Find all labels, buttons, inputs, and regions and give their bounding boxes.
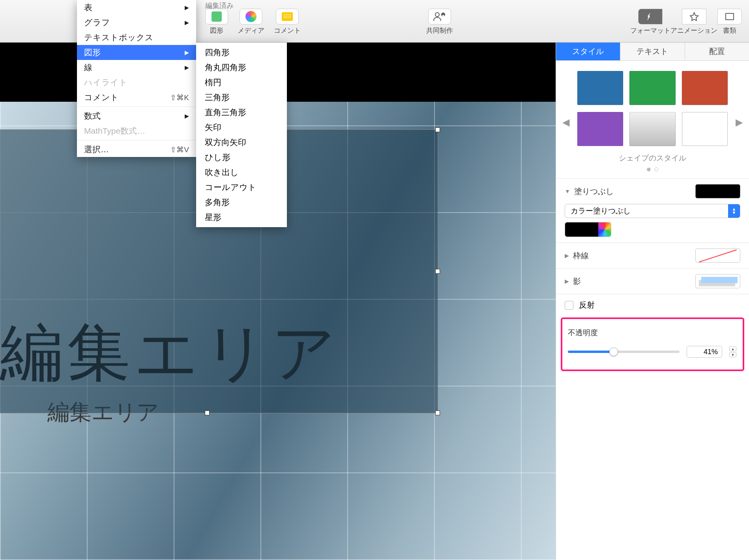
toolbar-right: フォーマット アニメーション 書類 [630, 9, 742, 35]
style-swatch[interactable] [629, 112, 675, 146]
comment-icon [276, 9, 299, 24]
submenu-item[interactable]: コールアウト [196, 180, 287, 195]
format-tab-button[interactable]: フォーマット [630, 9, 670, 35]
chevron-left-icon[interactable]: ◀ [562, 117, 569, 128]
menu-separator [77, 106, 196, 107]
menu-item-comment[interactable]: コメント⇧⌘K [77, 90, 196, 105]
tab-arrange[interactable]: 配置 [685, 43, 749, 60]
toolbar-collaborate-button[interactable]: 共同制作 [426, 9, 453, 35]
fill-preview-swatch[interactable] [695, 184, 740, 198]
slider-knob[interactable] [609, 347, 618, 356]
style-picker-title: シェイプのスタイル [577, 153, 728, 163]
toolbar-comment-label: コメント [274, 26, 301, 35]
submenu-item[interactable]: ひし形 [196, 150, 287, 165]
animate-label: アニメーション [670, 26, 717, 35]
opacity-input[interactable]: 41% [687, 346, 722, 358]
toolbar-media-button[interactable]: メディア [238, 9, 264, 35]
insert-menu: 表▶ グラフ▶ テキストボックス 図形▶ 線▶ ハイライト コメント⇧⌘K 数式… [77, 0, 196, 157]
shadow-disclosure[interactable]: ▶影 [565, 276, 581, 287]
shape-style-picker: ◀ ▶ シェイプのスタイル ● ○ [556, 61, 749, 178]
tab-style[interactable]: スタイル [556, 43, 620, 60]
menu-item-mathtype: MathType数式… [77, 123, 196, 138]
toolbar-collab-label: 共同制作 [426, 26, 453, 35]
menu-item-select[interactable]: 選択…⇧⌘V [77, 142, 196, 157]
tab-text[interactable]: テキスト [620, 43, 684, 60]
media-icon [240, 9, 262, 24]
opacity-stepper[interactable]: ▲▼ [729, 346, 737, 357]
stroke-disclosure[interactable]: ▶枠線 [565, 250, 589, 261]
style-swatch[interactable] [682, 71, 728, 105]
fill-type-select[interactable]: カラー塗りつぶし ▲▼ [565, 204, 740, 218]
resize-handle[interactable] [205, 411, 210, 415]
opacity-section-highlight: 不透明度 41% ▲▼ [561, 317, 744, 371]
svg-rect-2 [726, 13, 734, 20]
menu-item-table[interactable]: 表▶ [77, 0, 196, 15]
chevron-right-icon[interactable]: ▶ [736, 117, 743, 128]
toolbar-center: 図形 メディア コメント [205, 9, 301, 35]
submenu-arrow-icon: ▶ [185, 19, 189, 26]
collaborate-icon [428, 9, 451, 24]
stroke-section: ▶枠線 [556, 243, 749, 268]
submenu-arrow-icon: ▶ [185, 49, 189, 56]
fill-section: ▼塗りつぶし カラー塗りつぶし ▲▼ [556, 178, 749, 243]
shadow-section: ▶影 [556, 268, 749, 294]
color-wheel-icon[interactable] [598, 222, 611, 237]
fill-type-value: カラー塗りつぶし [565, 204, 728, 218]
submenu-arrow-icon: ▶ [185, 113, 189, 119]
opacity-label: 不透明度 [568, 328, 737, 338]
reflect-label: 反射 [579, 300, 595, 310]
menu-item-highlight: ハイライト [77, 75, 196, 90]
animate-tab-button[interactable]: アニメーション [670, 9, 717, 35]
menu-shortcut: ⇧⌘K [170, 93, 189, 102]
document-tab-button[interactable]: 書類 [717, 9, 742, 35]
document-label: 書類 [723, 26, 736, 35]
style-swatch[interactable] [577, 112, 623, 146]
shape-icon [205, 9, 228, 24]
resize-handle[interactable] [435, 127, 440, 132]
reflect-checkbox[interactable] [565, 301, 573, 310]
style-swatch[interactable] [682, 112, 728, 146]
menu-item-line[interactable]: 線▶ [77, 60, 196, 75]
toolbar-comment-button[interactable]: コメント [274, 9, 301, 35]
inspector-panel: スタイル テキスト 配置 ◀ ▶ シェイプのスタイル ● ○ ▼塗りつぶし カラ… [556, 43, 749, 560]
select-caret-icon: ▲▼ [728, 204, 740, 218]
submenu-item[interactable]: 矢印 [196, 120, 287, 135]
submenu-arrow-icon: ▶ [185, 64, 189, 71]
fill-color-well[interactable] [565, 222, 611, 237]
inspector-tabs: スタイル テキスト 配置 [556, 43, 749, 61]
menu-shortcut: ⇧⌘V [170, 145, 189, 154]
menu-item-chart[interactable]: グラフ▶ [77, 15, 196, 30]
style-swatch[interactable] [577, 71, 623, 105]
submenu-item[interactable]: 三角形 [196, 90, 287, 105]
submenu-item[interactable]: 楕円 [196, 75, 287, 90]
menu-separator [77, 140, 196, 140]
submenu-item[interactable]: 多角形 [196, 195, 287, 210]
menu-item-shape[interactable]: 図形▶ [77, 45, 196, 60]
format-label: フォーマット [630, 26, 670, 35]
menu-item-formula[interactable]: 数式▶ [77, 108, 196, 123]
fill-color-value [565, 222, 598, 237]
submenu-item[interactable]: 四角形 [196, 45, 287, 60]
submenu-item[interactable]: 星形 [196, 210, 287, 225]
submenu-item[interactable]: 直角三角形 [196, 105, 287, 120]
fill-disclosure[interactable]: ▼塗りつぶし [565, 186, 614, 197]
submenu-item[interactable]: 吹き出し [196, 165, 287, 180]
submenu-arrow-icon: ▶ [185, 4, 189, 11]
opacity-slider[interactable] [568, 351, 680, 353]
stroke-preview-swatch[interactable] [695, 248, 740, 263]
submenu-item[interactable]: 角丸四角形 [196, 60, 287, 75]
submenu-item[interactable]: 双方向矢印 [196, 135, 287, 150]
style-swatch[interactable] [629, 71, 675, 105]
stroke-label: 枠線 [573, 250, 589, 261]
resize-handle[interactable] [435, 411, 440, 415]
resize-handle[interactable] [435, 269, 440, 274]
toolbar-shape-button[interactable]: 図形 [205, 9, 228, 35]
menu-item-textbox[interactable]: テキストボックス [77, 30, 196, 45]
svg-point-0 [435, 13, 439, 17]
page-dots[interactable]: ● ○ [577, 164, 728, 174]
toolbar-media-label: メディア [238, 26, 264, 35]
slider-fill [568, 351, 614, 353]
shadow-preview-swatch[interactable] [695, 274, 740, 288]
shadow-label: 影 [573, 276, 581, 287]
toolbar-shape-label: 図形 [210, 26, 223, 35]
